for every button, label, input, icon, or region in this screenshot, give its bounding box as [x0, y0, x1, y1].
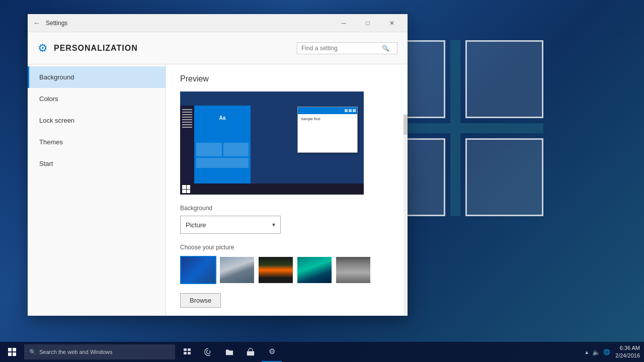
preview-start-btn [182, 185, 190, 193]
sample-text: Sample Text [301, 117, 320, 121]
sidebar-item-start[interactable]: Start [28, 153, 166, 174]
picture-1-image [181, 257, 215, 283]
sidebar: Background Colors Lock screen Themes Sta… [28, 64, 166, 316]
taskbar-search[interactable]: 🔍 Search the web and Windows [24, 344, 175, 359]
preview-tile-3 [196, 158, 249, 168]
title-bar: ← Settings ─ □ ✕ [28, 14, 408, 32]
system-icons: ▲ 🔈 🌐 [584, 348, 610, 356]
settings-window: ← Settings ─ □ ✕ ⚙ PERSONALIZATION 🔍 [28, 14, 408, 316]
desktop: ← Settings ─ □ ✕ ⚙ PERSONALIZATION 🔍 [0, 0, 644, 362]
maximize-button[interactable]: □ [356, 15, 379, 31]
gear-icon: ⚙ [38, 42, 48, 55]
scroll-thumb[interactable] [404, 115, 408, 135]
preview-box: Aa [180, 92, 364, 195]
search-box[interactable]: 🔍 [297, 42, 397, 54]
back-button[interactable]: ← [32, 18, 42, 28]
picture-thumb-4[interactable] [296, 256, 333, 284]
background-label: Background [180, 205, 393, 212]
file-explorer-icon[interactable] [219, 342, 239, 362]
sidebar-item-colors[interactable]: Colors [28, 88, 166, 110]
clock-time: 6:36 AM [615, 344, 640, 352]
preview-sample-content: Sample Text [298, 114, 357, 124]
picture-thumb-1[interactable] [180, 256, 216, 284]
sidebar-item-themes[interactable]: Themes [28, 131, 166, 153]
preview-tile-2 [223, 143, 249, 156]
window-controls: ─ □ ✕ [332, 15, 404, 31]
taskbar-search-text: Search the web and Windows [39, 349, 113, 355]
search-icon: 🔍 [382, 45, 389, 52]
start-icon [8, 348, 16, 356]
preview-tiles: Aa [194, 106, 251, 184]
settings-taskbar-icon: ⚙ [269, 347, 275, 356]
clock-date: 2/24/2016 [615, 352, 640, 359]
svg-rect-4 [247, 351, 254, 355]
window-title: Settings [46, 20, 332, 27]
picture-thumb-2[interactable] [219, 256, 255, 284]
task-view-icon[interactable] [177, 342, 197, 362]
picture-thumb-3[interactable] [258, 256, 294, 284]
network-icon[interactable]: 🌐 [603, 349, 610, 355]
preview-sample-titlebar [298, 107, 357, 114]
preview-title: Preview [180, 74, 393, 83]
close-button[interactable]: ✕ [380, 15, 404, 31]
minimize-button[interactable]: ─ [332, 15, 355, 31]
sidebar-item-background[interactable]: Background [28, 66, 166, 88]
store-icon[interactable] [240, 342, 261, 362]
preview-taskbar [180, 184, 364, 195]
background-value: Picture [186, 221, 206, 229]
svg-rect-2 [184, 352, 187, 354]
picture-3-image [259, 257, 293, 283]
page-title: PERSONALIZATION [54, 44, 291, 53]
preview-tile-1 [196, 143, 222, 156]
speaker-icon[interactable]: 🔈 [592, 348, 600, 356]
choose-picture-label: Choose your picture [180, 244, 393, 251]
svg-rect-3 [188, 352, 191, 354]
preview-menu-left [180, 106, 194, 184]
picture-2-image [220, 257, 254, 283]
start-button[interactable] [0, 342, 24, 362]
header-bar: ⚙ PERSONALIZATION 🔍 [28, 32, 408, 64]
svg-rect-1 [188, 348, 191, 351]
search-input[interactable] [301, 45, 382, 52]
browse-button[interactable]: Browse [180, 293, 221, 308]
picture-thumb-5[interactable] [335, 256, 371, 284]
system-clock[interactable]: 6:36 AM 2/24/2016 [615, 344, 640, 360]
background-dropdown[interactable]: Picture ▾ [180, 216, 281, 234]
chevron-icon[interactable]: ▲ [584, 349, 589, 355]
preview-tile-aa: Aa [196, 108, 249, 128]
taskbar: 🔍 Search the web and Windows [0, 342, 644, 362]
picture-4-image [297, 257, 332, 283]
taskbar-search-icon: 🔍 [29, 349, 36, 355]
taskbar-system-tray: ▲ 🔈 🌐 6:36 AM 2/24/2016 [584, 344, 644, 360]
settings-icon[interactable]: ⚙ [262, 342, 282, 362]
preview-sample-window: Sample Text [297, 107, 358, 153]
preview-titlebar-controls [345, 109, 356, 112]
taskbar-pinned-icons: ⚙ [177, 342, 282, 362]
scrollbar[interactable] [404, 115, 408, 316]
dropdown-arrow-icon: ▾ [272, 221, 275, 228]
picture-5-image [336, 257, 370, 283]
main-layout: Background Colors Lock screen Themes Sta… [28, 64, 408, 316]
sidebar-item-lock-screen[interactable]: Lock screen [28, 110, 166, 131]
edge-icon[interactable] [198, 342, 218, 362]
preview-start-menu: Aa [180, 106, 251, 184]
picture-grid [180, 256, 393, 284]
svg-rect-0 [184, 348, 187, 351]
main-content: Preview [166, 64, 408, 316]
